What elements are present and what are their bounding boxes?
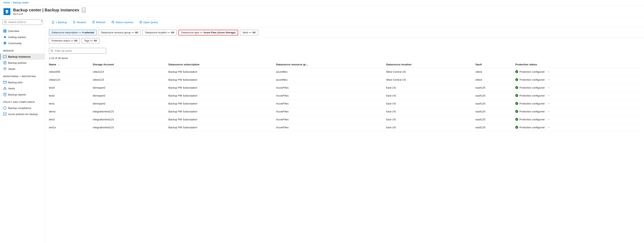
columns-icon (111, 20, 114, 24)
sidebar-item-community[interactable]: Community (0, 40, 45, 46)
svg-rect-2 (4, 29, 5, 31)
restore-button[interactable]: Restore (70, 19, 89, 25)
svg-point-17 (5, 89, 5, 89)
cell-status-7: Protection configured ··· (515, 123, 640, 131)
filter-datasource-subscription[interactable]: Datasource subscription == 4 selected (49, 30, 97, 35)
status-text-7: Protection configured (520, 126, 544, 129)
toolbar: + Backup Restore Refresh Select columns … (45, 17, 644, 27)
status-text-0: Protection configured (520, 70, 544, 73)
col-storage-account[interactable]: Storage Account (93, 61, 168, 68)
cell-storage-7: integrationtest123 (93, 123, 168, 131)
cell-status-3: Protection configured ··· (515, 92, 640, 100)
col-datasource-subscription[interactable]: Datasource subscription (168, 61, 276, 68)
sidebar-item-backup-policies[interactable]: Backup policies (0, 60, 45, 66)
cell-name-6: test2 (49, 115, 93, 123)
col-datasource-location[interactable]: Datasource location (386, 61, 475, 68)
vaults-icon (3, 67, 6, 70)
refresh-icon (92, 20, 95, 24)
row-actions-3[interactable]: ··· (546, 94, 552, 97)
col-name[interactable]: Name ↑↓ (49, 61, 93, 68)
sidebar-item-alerts[interactable]: Alerts (0, 85, 45, 91)
row-actions-7[interactable]: ··· (546, 125, 552, 129)
cell-subscription-3: Backup PM Subscription (168, 92, 276, 100)
refresh-button[interactable]: Refresh (89, 19, 108, 25)
cell-resource-group-3: AzureFiles (276, 92, 386, 100)
sidebar-search-input[interactable] (2, 19, 42, 25)
sidebar-item-backup-compliance[interactable]: Backup compliance (0, 105, 45, 111)
restore-icon (72, 20, 76, 24)
page-title: Backup center | Backup instances ... (13, 7, 86, 13)
sidebar-top-section: Overview Getting started Community (0, 27, 45, 47)
col-datasource-resource-group[interactable]: Datasource resource gr... (276, 61, 386, 68)
header-ellipsis-button[interactable]: ... (82, 7, 86, 13)
table-row: clitest123 clitest123 Backup PM Subscrip… (49, 76, 640, 84)
svg-rect-14 (4, 81, 6, 83)
cell-subscription-7: Backup PM Subscription (168, 123, 276, 131)
sidebar-item-overview[interactable]: Overview (0, 28, 45, 34)
svg-rect-4 (4, 31, 5, 32)
sidebar-monitoring-section: Backup jobs Alerts Backup reports (0, 78, 45, 98)
cell-vault-6: vault125 (475, 115, 515, 123)
filter-row-1: Datasource subscription == 4 selected Da… (45, 27, 644, 38)
azure-policies-icon (3, 112, 6, 116)
cell-storage-0: clitest123 (93, 68, 168, 76)
filter-tags[interactable]: Tags == All (82, 38, 100, 43)
row-actions-2[interactable]: ··· (546, 86, 552, 89)
sidebar-item-azure-policies[interactable]: Azure policies for backup (0, 111, 45, 117)
cell-subscription-5: Backup PM Subscription (168, 108, 276, 115)
filter-vault[interactable]: Vault == All (240, 30, 258, 35)
filter-datasource-location[interactable]: Datasource location == All (142, 30, 177, 35)
cell-status-6: Protection configured ··· (515, 115, 640, 123)
cell-name-7: test1x (49, 123, 93, 131)
svg-rect-5 (5, 31, 6, 32)
svg-rect-3 (5, 29, 6, 31)
sidebar-policy-section: Backup compliance Azure policies for bac… (0, 104, 45, 118)
table-row: test1 demopart2 Backup PM Subscription A… (49, 100, 640, 108)
table-search-input[interactable] (49, 48, 106, 54)
table-header-row: Name ↑↓ Storage Account Datasource subsc… (49, 61, 640, 68)
svg-line-29 (52, 51, 53, 52)
cell-vault-5: vault125 (475, 108, 515, 115)
sidebar-item-backup-instances[interactable]: Backup instances (0, 54, 45, 60)
filter-datasource-resource-group[interactable]: Datasource resource group == All (98, 30, 141, 35)
cell-status-1: Protection configured ··· (515, 76, 640, 84)
row-actions-5[interactable]: ··· (546, 110, 552, 113)
status-text-4: Protection configured (520, 102, 544, 105)
cell-location-5: East US (386, 108, 475, 115)
filter-datasource-type[interactable]: Datasource type == Azure Files (Azure St… (178, 30, 238, 35)
row-actions-0[interactable]: ··· (546, 70, 552, 73)
row-actions-1[interactable]: ··· (546, 78, 552, 81)
table-container: Name ↑↓ Storage Account Datasource subsc… (45, 61, 644, 131)
breadcrumb: Home › Backup center (0, 0, 644, 5)
getting-started-icon (3, 35, 6, 39)
row-actions-6[interactable]: ··· (546, 118, 552, 121)
open-query-button[interactable]: Open Query (137, 19, 160, 25)
backup-jobs-icon (3, 81, 6, 84)
cell-storage-2: demopart2 (93, 84, 168, 92)
cell-location-2: East US (386, 84, 475, 92)
sidebar-item-backup-reports[interactable]: Backup reports (0, 91, 45, 98)
svg-rect-8 (4, 56, 6, 58)
sidebar-item-vaults[interactable]: Vaults (0, 66, 45, 72)
sidebar-item-backup-jobs[interactable]: Backup jobs (0, 79, 45, 85)
cell-location-3: East US (386, 92, 475, 100)
cell-storage-1: clitest123 (93, 76, 168, 84)
breadcrumb-current[interactable]: Backup center (13, 1, 29, 4)
sidebar-item-getting-started[interactable]: Getting started (0, 34, 45, 40)
app-icon (3, 8, 10, 15)
sort-icon-name[interactable]: ↑↓ (58, 63, 60, 66)
cell-resource-group-6: AzureFiles (276, 115, 386, 123)
breadcrumb-home[interactable]: Home (3, 1, 10, 4)
table-meta: 1-15 of 36 items (45, 56, 644, 61)
status-dot-5 (515, 110, 518, 113)
cell-subscription-1: Backup PM Subscription (168, 76, 276, 84)
row-actions-4[interactable]: ··· (546, 102, 552, 105)
col-protection-status[interactable]: Protection status (515, 61, 640, 68)
backup-button[interactable]: + Backup (49, 19, 69, 25)
select-columns-button[interactable]: Select columns (109, 19, 136, 25)
sidebar-collapse-button[interactable]: « (41, 19, 42, 22)
filter-protection-status[interactable]: Protection status == All (49, 38, 80, 43)
col-vault[interactable]: Vault (475, 61, 515, 68)
cell-name-5: demo (49, 108, 93, 115)
table-search-area (45, 46, 644, 56)
